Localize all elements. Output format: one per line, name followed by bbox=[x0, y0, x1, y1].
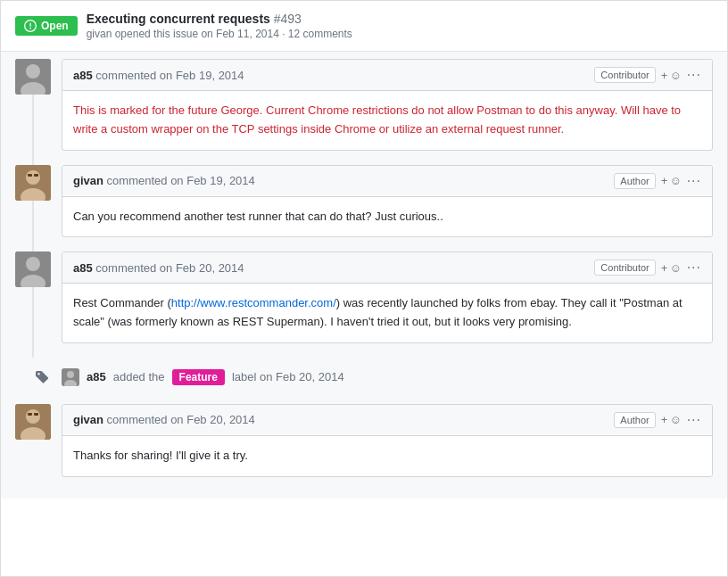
comment-block: givan commented on Feb 19, 2014 Author +… bbox=[15, 165, 713, 238]
issue-title-text: Executing concurrent requests bbox=[87, 12, 270, 26]
svg-point-12 bbox=[67, 371, 74, 378]
comment-block: givan commented on Feb 20, 2014 Author +… bbox=[15, 404, 713, 477]
avatar bbox=[15, 165, 51, 201]
feature-label[interactable]: Feature bbox=[172, 369, 225, 385]
emoji-button[interactable]: + ☺ bbox=[661, 413, 682, 426]
comments-section: a85 commented on Feb 19, 2014 Contributo… bbox=[1, 52, 727, 499]
comment-timestamp: commented on Feb 20, 2014 bbox=[107, 413, 255, 426]
issue-number: #493 bbox=[274, 12, 302, 26]
comment-body: Rest Commander (http://www.restcommander… bbox=[62, 284, 712, 342]
more-button[interactable]: ··· bbox=[687, 173, 701, 189]
comment-box: givan commented on Feb 19, 2014 Author +… bbox=[62, 165, 713, 238]
avatar bbox=[15, 251, 51, 287]
tag-icon bbox=[29, 365, 54, 390]
comment-header: a85 commented on Feb 20, 2014 Contributo… bbox=[62, 252, 712, 284]
avatar bbox=[15, 404, 51, 440]
comment-block: a85 commented on Feb 19, 2014 Contributo… bbox=[15, 59, 713, 151]
svg-point-4 bbox=[26, 170, 40, 185]
event-action: added the bbox=[113, 370, 165, 383]
commenter-username[interactable]: givan bbox=[73, 174, 103, 187]
comment-header-right: Author + ☺ ··· bbox=[614, 173, 701, 189]
author-badge: Author bbox=[614, 412, 655, 428]
comment-header-right: Contributor + ☺ ··· bbox=[594, 67, 701, 83]
author-badge: Author bbox=[614, 173, 655, 189]
more-button[interactable]: ··· bbox=[687, 260, 701, 276]
comment-header-left: givan commented on Feb 19, 2014 bbox=[73, 174, 255, 187]
comment-header-right: Author + ☺ ··· bbox=[614, 412, 701, 428]
comment-header: givan commented on Feb 20, 2014 Author +… bbox=[62, 405, 712, 436]
plus-icon: + bbox=[661, 174, 668, 187]
svg-rect-18 bbox=[34, 413, 38, 416]
commenter-username[interactable]: a85 bbox=[73, 261, 93, 275]
open-badge-label: Open bbox=[41, 20, 69, 32]
comment-timestamp: commented on Feb 20, 2014 bbox=[95, 261, 244, 275]
svg-rect-7 bbox=[34, 174, 38, 177]
svg-point-9 bbox=[26, 257, 40, 271]
open-badge: Open bbox=[15, 16, 78, 36]
open-icon bbox=[24, 20, 37, 32]
comment-header-left: a85 commented on Feb 20, 2014 bbox=[73, 261, 244, 275]
smiley-icon: ☺ bbox=[669, 413, 681, 426]
avatar bbox=[15, 59, 51, 95]
comment-header: givan commented on Feb 19, 2014 Author +… bbox=[62, 166, 712, 197]
smiley-icon: ☺ bbox=[669, 174, 681, 187]
issue-meta: givan opened this issue on Feb 11, 2014 … bbox=[87, 28, 352, 40]
smiley-icon: ☺ bbox=[669, 261, 681, 275]
comment-box: a85 commented on Feb 20, 2014 Contributo… bbox=[62, 251, 713, 343]
issue-title-area: Executing concurrent requests #493 givan… bbox=[87, 12, 352, 40]
comment-header: a85 commented on Feb 19, 2014 Contributo… bbox=[62, 60, 712, 91]
smiley-icon: ☺ bbox=[669, 69, 681, 82]
event-suffix: label on Feb 20, 2014 bbox=[232, 370, 344, 383]
svg-point-15 bbox=[26, 409, 40, 424]
svg-rect-6 bbox=[28, 174, 32, 177]
comment-timestamp: commented on Feb 19, 2014 bbox=[95, 69, 244, 82]
svg-rect-17 bbox=[28, 413, 32, 416]
svg-point-1 bbox=[26, 64, 40, 78]
event-row: a85 added the Feature label on Feb 20, 2… bbox=[15, 358, 713, 397]
event-avatar bbox=[62, 368, 79, 386]
comment-block: a85 commented on Feb 20, 2014 Contributo… bbox=[15, 251, 713, 343]
rest-commander-link[interactable]: http://www.restcommander.com/ bbox=[171, 296, 336, 309]
issue-header: Open Executing concurrent requests #493 … bbox=[1, 1, 727, 52]
contributor-badge: Contributor bbox=[594, 260, 655, 276]
comment-body: Thanks for sharing! I'll give it a try. bbox=[62, 436, 712, 476]
comment-header-left: givan commented on Feb 20, 2014 bbox=[73, 413, 255, 426]
page-wrapper: Open Executing concurrent requests #493 … bbox=[0, 0, 728, 577]
comment-header-left: a85 commented on Feb 19, 2014 bbox=[73, 69, 244, 82]
emoji-button[interactable]: + ☺ bbox=[661, 174, 682, 187]
plus-icon: + bbox=[661, 69, 668, 82]
more-button[interactable]: ··· bbox=[687, 412, 701, 428]
plus-icon: + bbox=[661, 413, 668, 426]
more-button[interactable]: ··· bbox=[687, 67, 701, 83]
comment-header-right: Contributor + ☺ ··· bbox=[594, 260, 701, 276]
comment-box: givan commented on Feb 20, 2014 Author +… bbox=[62, 404, 713, 477]
event-actor[interactable]: a85 bbox=[87, 370, 106, 383]
comment-body: Can you recommend another test runner th… bbox=[62, 197, 712, 237]
comment-box: a85 commented on Feb 19, 2014 Contributo… bbox=[62, 59, 713, 151]
emoji-button[interactable]: + ☺ bbox=[661, 69, 682, 82]
comment-timestamp: commented on Feb 19, 2014 bbox=[107, 174, 255, 187]
contributor-badge: Contributor bbox=[594, 67, 655, 83]
plus-icon: + bbox=[661, 261, 668, 275]
comment-body: This is marked for the future George. Cu… bbox=[62, 91, 712, 150]
issue-title: Executing concurrent requests #493 bbox=[87, 12, 352, 26]
emoji-button[interactable]: + ☺ bbox=[661, 261, 682, 275]
commenter-username[interactable]: a85 bbox=[73, 69, 93, 82]
commenter-username[interactable]: givan bbox=[73, 413, 103, 426]
